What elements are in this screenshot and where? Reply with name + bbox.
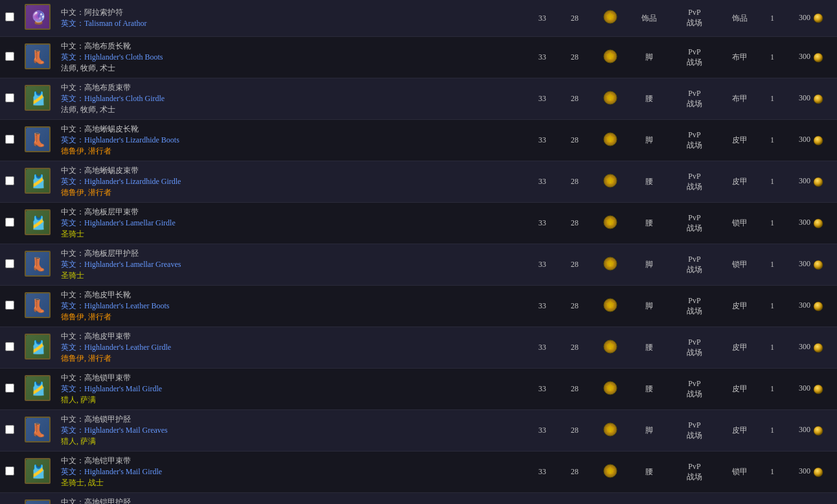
item-slot-13: 脚 <box>630 493 669 505</box>
item-source-sub-11: 战场 <box>674 430 715 441</box>
item-armor-type-9: 皮甲 <box>720 327 759 369</box>
table-row: 🎽 中文：高地锁甲束带 英文：Highlander's Mail Girdle … <box>0 369 837 410</box>
svg-point-19 <box>814 178 823 187</box>
item-classes: 圣骑士 <box>61 229 84 238</box>
item-en-name-11[interactable]: 英文：Highlander's Mail Greaves <box>61 425 521 436</box>
item-en-name-12[interactable]: 英文：Highlander's Mail Girdle <box>61 466 521 477</box>
item-price-9: 300 <box>785 327 837 369</box>
table-row: 👢 中文：高地铠甲护胫 英文：Highlander's Mail Greaves… <box>0 493 837 505</box>
item-en-name-1[interactable]: 英文：Talisman of Arathor <box>61 18 521 29</box>
item-count-12: 1 <box>759 452 785 493</box>
item-classes-row-3: 法师, 牧师, 术士 <box>61 104 521 115</box>
item-icon-11: 👢 <box>25 417 51 442</box>
item-source-sub-1: 战场 <box>674 17 715 29</box>
table-row: 🎽 中文：高地皮甲束带 英文：Highlander's Leather Gird… <box>0 327 837 369</box>
item-slot-8: 脚 <box>630 286 669 327</box>
item-armor-type-10: 皮甲 <box>720 369 759 410</box>
item-info-cell-4: 中文：高地蜥蜴皮长靴 英文：Highlander's Lizardhide Bo… <box>56 120 526 161</box>
item-source-sub-5: 战场 <box>674 181 715 192</box>
main-table-container: 🔮 中文：阿拉索护符 英文：Talisman of Arathor 33 28 <box>0 0 837 504</box>
item-icon-cell-9: 🎽 <box>19 327 56 369</box>
item-info-cell-1: 中文：阿拉索护符 英文：Talisman of Arathor <box>56 0 526 37</box>
item-count-10: 1 <box>759 369 785 410</box>
item-en-name-2[interactable]: 英文：Highlander's Cloth Boots <box>61 52 521 63</box>
item-en-name-4[interactable]: 英文：Highlander's Lizardhide Boots <box>61 135 521 146</box>
item-icon-cell-11: 👢 <box>19 410 56 452</box>
row-checkbox-6[interactable] <box>5 218 14 227</box>
item-classes-row-2: 法师, 牧师, 术士 <box>61 63 521 74</box>
item-req-level-13: 28 <box>558 493 591 505</box>
item-source-type-7: PvP <box>674 255 715 264</box>
item-source-type-10: PvP <box>674 379 715 389</box>
item-source-sub-10: 战场 <box>674 389 715 400</box>
item-en-name-9[interactable]: 英文：Highlander's Leather Girdle <box>61 342 521 353</box>
item-count-9: 1 <box>759 327 785 369</box>
row-checkbox-cell-4 <box>0 120 19 161</box>
row-checkbox-12[interactable] <box>5 466 14 475</box>
item-icon-cell-10: 🎽 <box>19 369 56 410</box>
row-checkbox-cell-11 <box>0 410 19 452</box>
item-source-type-1: PvP <box>674 8 715 17</box>
item-armor-type-6: 锁甲 <box>720 203 759 244</box>
item-icon-13: 👢 <box>25 499 51 505</box>
item-price-3: 300 <box>785 78 837 120</box>
item-info-cell-9: 中文：高地皮甲束带 英文：Highlander's Leather Girdle… <box>56 327 526 369</box>
item-en-name-7[interactable]: 英文：Highlander's Lamellar Greaves <box>61 259 521 270</box>
item-faction-1 <box>591 0 630 37</box>
item-en-name-5[interactable]: 英文：Highlander's Lizardhide Girdle <box>61 176 521 187</box>
item-icon-6: 🎽 <box>25 209 51 235</box>
item-level-5: 33 <box>526 161 558 203</box>
item-classes: 德鲁伊, 潜行者 <box>61 146 111 155</box>
item-level-11: 33 <box>526 410 558 452</box>
item-classes: 德鲁伊, 潜行者 <box>61 354 111 363</box>
item-info-cell-6: 中文：高地板层甲束带 英文：Highlander's Lamellar Gird… <box>56 203 526 244</box>
svg-text:🎽: 🎽 <box>30 215 47 231</box>
svg-point-7 <box>814 53 823 62</box>
row-checkbox-11[interactable] <box>5 425 14 434</box>
item-level-7: 33 <box>526 244 558 286</box>
item-classes-row-4: 德鲁伊, 潜行者 <box>61 146 521 157</box>
item-armor-type-7: 锁甲 <box>720 244 759 286</box>
svg-text:🎽: 🎽 <box>30 464 47 479</box>
item-faction-9 <box>591 327 630 369</box>
row-checkbox-cell-7 <box>0 244 19 286</box>
item-source-sub-8: 战场 <box>674 306 715 317</box>
item-en-name-8[interactable]: 英文：Highlander's Leather Boots <box>61 301 521 312</box>
item-price-1: 300 <box>785 0 837 37</box>
item-info-cell-7: 中文：高地板层甲护胫 英文：Highlander's Lamellar Grea… <box>56 244 526 286</box>
item-en-name-10[interactable]: 英文：Highlander's Mail Girdle <box>61 384 521 395</box>
row-checkbox-3[interactable] <box>5 93 14 102</box>
item-classes-row-10: 猎人, 萨满 <box>61 395 521 406</box>
row-checkbox-10[interactable] <box>5 384 14 393</box>
row-checkbox-2[interactable] <box>5 52 14 61</box>
svg-point-23 <box>814 219 823 228</box>
item-faction-11 <box>591 410 630 452</box>
row-checkbox-8[interactable] <box>5 301 14 310</box>
row-checkbox-1[interactable] <box>5 12 14 21</box>
item-cn-name-9: 中文：高地皮甲束带 <box>61 331 521 342</box>
item-source-type-5: PvP <box>674 172 715 181</box>
item-en-name-6[interactable]: 英文：Highlander's Lamellar Girdle <box>61 218 521 229</box>
item-en-name-3[interactable]: 英文：Highlander's Cloth Girdle <box>61 93 521 104</box>
item-level-6: 33 <box>526 203 558 244</box>
row-checkbox-5[interactable] <box>5 176 14 185</box>
item-slot-5: 腰 <box>630 161 669 203</box>
item-icon-9: 🎽 <box>25 334 51 360</box>
item-source-sub-4: 战场 <box>674 140 715 151</box>
item-price-2: 300 <box>785 37 837 78</box>
item-req-level-4: 28 <box>558 120 591 161</box>
item-source-sub-6: 战场 <box>674 223 715 234</box>
row-checkbox-4[interactable] <box>5 135 14 144</box>
table-row: 👢 中文：高地蜥蜴皮长靴 英文：Highlander's Lizardhide … <box>0 120 837 161</box>
item-icon-12: 🎽 <box>25 458 51 484</box>
item-cn-name-13: 中文：高地铠甲护胫 <box>61 497 521 504</box>
item-slot-6: 腰 <box>630 203 669 244</box>
row-checkbox-9[interactable] <box>5 342 14 351</box>
items-table: 🔮 中文：阿拉索护符 英文：Talisman of Arathor 33 28 <box>0 0 837 504</box>
item-req-level-11: 28 <box>558 410 591 452</box>
item-icon-cell-12: 🎽 <box>19 452 56 493</box>
row-checkbox-7[interactable] <box>5 259 14 268</box>
svg-point-31 <box>814 302 823 311</box>
item-classes: 法师, 牧师, 术士 <box>61 63 115 73</box>
item-cn-name-12: 中文：高地铠甲束带 <box>61 455 521 466</box>
